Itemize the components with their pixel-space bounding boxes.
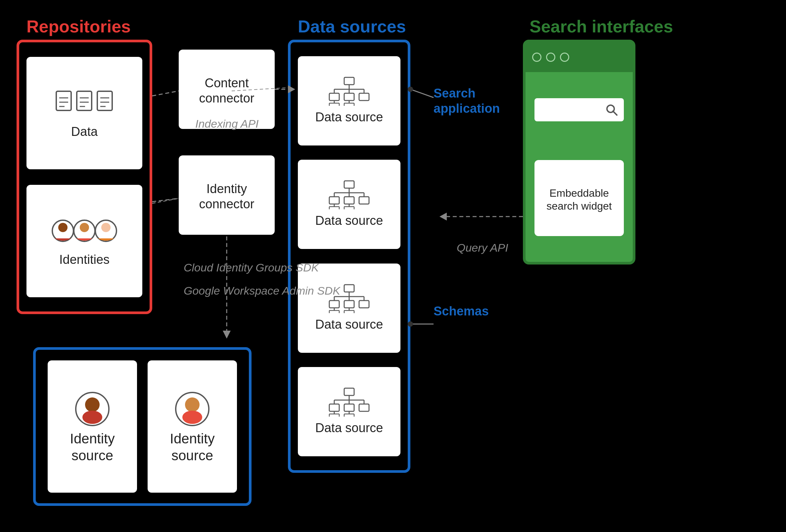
identity-source-label-2: Identity source	[153, 431, 232, 464]
svg-marker-107	[439, 213, 447, 220]
search-bar-box	[534, 98, 624, 121]
data-source-label-4: Data source	[316, 420, 383, 436]
content-connector-label: Content connector	[185, 76, 268, 106]
identities-label: Identities	[59, 252, 110, 267]
svg-marker-101	[223, 331, 231, 339]
cloud-identity-label: Cloud Identity Groups SDK	[184, 261, 319, 274]
svg-point-15	[80, 223, 89, 232]
identities-box: Identities	[26, 185, 142, 297]
data-box: Data	[26, 57, 142, 169]
diagram-container: Repositories Data sources Search interfa…	[0, 0, 786, 532]
dot-1	[532, 53, 541, 62]
identity-connector-box: Identity connector	[179, 155, 275, 235]
identity-connector-label: Identity connector	[185, 182, 268, 212]
google-workspace-label: Google Workspace Admin SDK	[184, 284, 340, 297]
svg-rect-78	[359, 404, 369, 411]
data-source-3: Data source	[298, 264, 400, 353]
svg-line-108	[152, 198, 179, 203]
indexing-api-label: Indexing API	[195, 117, 259, 130]
svg-rect-25	[344, 93, 354, 100]
identity-source-1: Identity source	[48, 360, 137, 493]
identity-source-label-1: Identity source	[53, 431, 132, 464]
schemas-label: Schemas	[434, 304, 489, 318]
face-icons-svg	[51, 216, 117, 249]
svg-line-88	[613, 111, 617, 115]
data-source-2: Data source	[298, 160, 400, 249]
search-label: Search interfaces	[530, 17, 673, 37]
svg-line-104	[410, 89, 434, 98]
query-api-label: Query API	[457, 241, 508, 254]
dot-2	[546, 53, 555, 62]
svg-rect-43	[344, 197, 354, 204]
repositories-box: Data	[17, 40, 152, 314]
svg-point-90	[85, 397, 100, 412]
svg-rect-77	[344, 404, 354, 411]
data-source-label-2: Data source	[316, 213, 383, 228]
embeddable-search-widget: Embeddable search widget	[534, 160, 624, 236]
svg-rect-24	[329, 93, 339, 100]
identity-face-1-svg	[74, 391, 111, 427]
search-application-label: Search application	[434, 86, 513, 116]
datasources-label: Data sources	[298, 17, 406, 37]
svg-rect-0	[56, 91, 71, 111]
dot-3	[560, 53, 569, 62]
svg-rect-61	[359, 300, 369, 308]
svg-rect-70	[344, 388, 354, 395]
search-green-header	[526, 42, 633, 72]
identity-face-2-svg	[174, 391, 210, 427]
org-chart-1	[328, 77, 371, 106]
search-icon	[605, 103, 618, 116]
repositories-label: Repositories	[26, 17, 131, 37]
search-inner-content: Embeddable search widget	[526, 72, 633, 262]
svg-rect-44	[359, 197, 369, 204]
svg-rect-60	[344, 300, 354, 308]
svg-point-13	[58, 223, 68, 232]
org-chart-4	[328, 388, 371, 417]
document-icons	[54, 88, 114, 121]
identity-source-2: Identity source	[147, 360, 237, 493]
datasources-box: Data source	[288, 40, 410, 473]
data-source-4: Data source	[298, 367, 400, 456]
svg-rect-59	[329, 300, 339, 308]
svg-rect-36	[344, 181, 354, 188]
svg-rect-18	[344, 77, 354, 84]
search-interfaces-box: Embeddable search widget	[523, 40, 635, 265]
svg-point-94	[182, 411, 202, 424]
identity-icons	[51, 216, 117, 249]
data-source-label-3: Data source	[316, 317, 383, 332]
svg-rect-26	[359, 93, 369, 100]
org-chart-2	[328, 180, 371, 210]
svg-rect-76	[329, 404, 339, 411]
svg-point-17	[101, 223, 111, 232]
data-label: Data	[71, 124, 98, 140]
svg-line-99	[152, 198, 179, 202]
svg-rect-53	[344, 285, 354, 292]
svg-rect-42	[329, 197, 339, 204]
svg-rect-8	[97, 91, 112, 111]
data-source-1: Data source	[298, 56, 400, 145]
svg-point-91	[83, 411, 102, 424]
data-icons	[54, 88, 114, 121]
svg-point-93	[185, 397, 200, 412]
identity-sources-outer: Identity source Identity source	[33, 347, 252, 506]
svg-line-95	[152, 91, 179, 96]
content-connector-box: Content connector	[179, 50, 275, 129]
svg-rect-4	[77, 91, 92, 111]
data-source-label-1: Data source	[316, 110, 383, 125]
embeddable-label: Embeddable search widget	[534, 182, 624, 217]
